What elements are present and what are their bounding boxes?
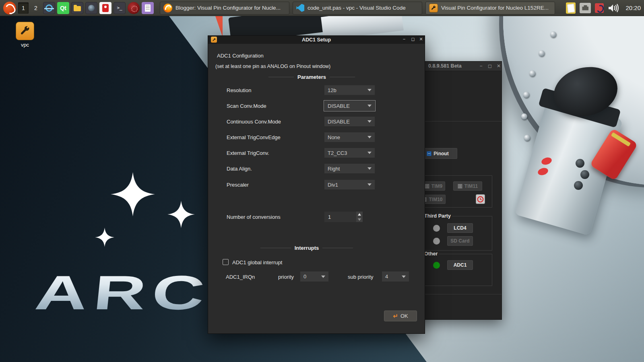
chevron-down-icon	[367, 105, 372, 107]
field-label-number-of-conversions: Number of conversions	[227, 214, 281, 220]
adc1-button[interactable]: ADC1	[447, 260, 473, 270]
dialog-heading: ADC1 Configuration	[217, 53, 264, 59]
ok-button[interactable]: ↵ OK	[384, 311, 417, 321]
priority-value: 0	[303, 274, 306, 280]
down-arrow-icon	[358, 218, 361, 221]
chevron-down-icon	[367, 167, 372, 170]
spin-down-button[interactable]	[356, 217, 363, 222]
tim11-button[interactable]: TIM11	[453, 181, 482, 191]
window-button-list: Blogger: Visual Pin Configurator for Nuc…	[160, 2, 559, 14]
field-label-continuous-conv-mode: Continuous Conv.Mode	[227, 119, 281, 125]
sub-priority-value: 4	[385, 274, 388, 280]
external-trigconvedge-value: None	[328, 134, 340, 140]
wrench-icon	[16, 22, 34, 40]
sparkle-star-small	[95, 228, 114, 247]
spin-up-button[interactable]	[356, 212, 363, 217]
document-icon	[145, 4, 151, 12]
close-button[interactable]: ✕	[418, 37, 424, 42]
blue-globe-icon	[45, 4, 53, 12]
taskbar: 1 2 Qt >_ Blogger: Visual Pin Configurat…	[0, 0, 644, 16]
prescaler-dropdown[interactable]: Div1	[324, 180, 375, 189]
desktop-icon-vpc[interactable]: vpc	[13, 22, 37, 48]
ok-button-label: OK	[400, 313, 408, 319]
prescaler-value: Div1	[328, 182, 338, 188]
settings-launcher[interactable]	[128, 2, 140, 14]
chevron-down-icon	[321, 276, 325, 278]
tim10-label: TIM10	[429, 197, 442, 202]
file-manager-launcher[interactable]	[71, 2, 83, 14]
field-label-external-trigconv: External TrigConv.	[227, 150, 269, 156]
external-trigconvedge-dropdown[interactable]: None	[324, 132, 375, 142]
terminal-icon: >_	[117, 5, 122, 10]
adc1-status-dot	[433, 262, 440, 269]
irq-name-label: ADC1_IRQn	[226, 274, 255, 280]
workspace-1[interactable]: 1	[18, 2, 29, 14]
chip-icon	[427, 151, 431, 156]
continuous-conv-mode-dropdown[interactable]: DISABLE	[324, 117, 375, 126]
desktop-icon-label: vpc	[13, 42, 37, 48]
sdcard-button[interactable]: SD Card	[447, 236, 473, 246]
wrench-icon	[429, 4, 438, 12]
qt-creator-launcher[interactable]: Qt	[57, 2, 69, 14]
other-header: Other	[423, 251, 439, 257]
clock-icon	[477, 196, 484, 203]
tim9-button[interactable]: TIM9	[422, 181, 445, 191]
terminal-launcher[interactable]: >_	[114, 2, 126, 14]
input-method-icon[interactable]	[595, 3, 604, 13]
priority-label: priority	[278, 274, 294, 280]
taskbar-window-vpc[interactable]: Visual Pin Configurator for Nucleo L152R…	[425, 2, 555, 14]
folder-icon	[74, 6, 81, 11]
conversions-value: 1	[324, 212, 356, 222]
interrupts-section-header: Interrupts	[260, 245, 353, 251]
data-align-dropdown[interactable]: Right	[324, 164, 375, 173]
return-arrow-icon: ↵	[393, 313, 398, 320]
close-button[interactable]: ✕	[495, 63, 502, 69]
field-label-scan-conv-mode: Scan Conv.Mode	[227, 103, 266, 109]
resolution-dropdown[interactable]: 12b	[324, 85, 375, 95]
maximize-button[interactable]: ◻	[487, 63, 493, 69]
sparkle-star-medium	[167, 201, 195, 228]
scan-conv-mode-value: DISABLE	[328, 103, 350, 109]
window-title-text: code_unit.pas - vpc - Visual Studio Code	[308, 5, 406, 11]
adc1-global-interrupt-checkbox[interactable]	[223, 259, 229, 265]
wallpaper-arc-text: ARC	[33, 265, 213, 320]
sub-priority-dropdown[interactable]: 4	[382, 272, 409, 282]
rtc-clock-button[interactable]	[476, 194, 485, 204]
pinout-button-label: Pinout	[433, 151, 448, 156]
network-icon[interactable]	[580, 3, 591, 13]
volume-icon[interactable]	[608, 3, 620, 13]
camera-lens-icon	[88, 5, 95, 11]
office-launcher[interactable]	[142, 2, 154, 14]
media-launcher[interactable]	[99, 2, 111, 14]
priority-dropdown[interactable]: 0	[300, 272, 328, 282]
field-label-prescaler: Prescaler	[227, 182, 249, 188]
taskbar-window-vscode[interactable]: code_unit.pas - vpc - Visual Studio Code	[293, 2, 422, 14]
screenshot-launcher[interactable]	[85, 2, 97, 14]
chevron-down-icon	[367, 152, 372, 154]
clipboard-icon[interactable]	[566, 2, 576, 14]
minimize-button[interactable]: −	[401, 37, 407, 41]
scan-conv-mode-dropdown[interactable]: DISABLE	[324, 101, 375, 111]
dialog-note: (set at least one pin as ANALOG on Pinou…	[215, 64, 330, 69]
adc1-global-interrupt-label: ADC1 global interrupt	[232, 259, 282, 265]
tray-clock[interactable]: 20:20	[625, 4, 641, 11]
number-of-conversions-spinbox[interactable]: 1	[324, 212, 363, 222]
workspace-2[interactable]: 2	[31, 2, 41, 14]
adc1-setup-dialog: ADC1 Setup − ◻ ✕ ADC1 Configuration (set…	[208, 35, 425, 334]
external-trigconv-dropdown[interactable]: T2_CC3	[324, 148, 375, 158]
lcd4-button[interactable]: LCD4	[447, 223, 473, 233]
minimize-button[interactable]: −	[478, 63, 484, 69]
dialog-titlebar[interactable]: ADC1 Setup − ◻ ✕	[208, 36, 425, 44]
lcd4-label: LCD4	[454, 225, 466, 231]
resolution-value: 12b	[328, 87, 336, 93]
taskbar-window-firefox[interactable]: Blogger: Visual Pin Configurator for Nuc…	[160, 2, 289, 14]
browser-launcher[interactable]	[43, 2, 55, 14]
data-align-value: Right	[328, 166, 340, 172]
third-party-header: Third Party	[423, 213, 452, 219]
distro-menu-icon[interactable]	[3, 2, 16, 14]
maximize-button[interactable]: ◻	[410, 37, 416, 42]
desktop: ARC vpc 0.8.9.581 Beta − ◻ ✕ Pinout TIM9…	[0, 16, 644, 362]
sub-priority-label: sub priority	[348, 274, 374, 280]
sparkle-star-large	[111, 172, 155, 216]
chevron-down-icon	[402, 276, 406, 278]
